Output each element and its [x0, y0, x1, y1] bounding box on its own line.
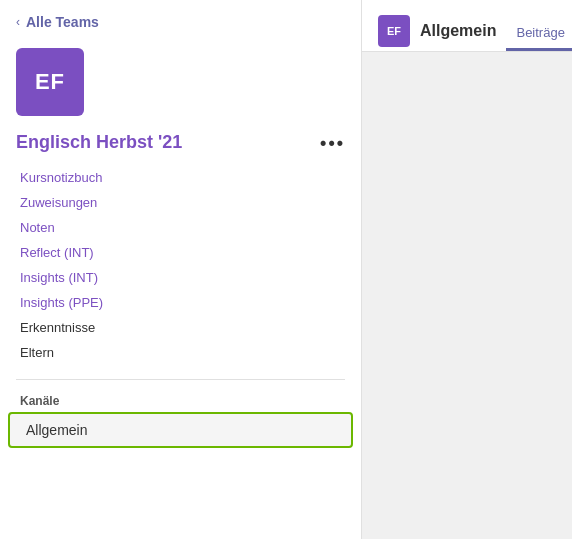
back-nav[interactable]: ‹ Alle Teams — [0, 0, 361, 40]
divider — [16, 379, 345, 380]
tab-beitraege[interactable]: Beiträge — [506, 17, 572, 51]
menu-item-zuweisungen[interactable]: Zuweisungen — [0, 190, 361, 215]
team-name-row: Englisch Herbst '21 ••• — [0, 128, 361, 165]
team-more-button[interactable]: ••• — [320, 134, 345, 152]
menu-item-kursnotizbuch[interactable]: Kursnotizbuch — [0, 165, 361, 190]
back-label: Alle Teams — [26, 14, 99, 30]
channel-item-allgemein[interactable]: Allgemein — [8, 412, 353, 448]
channels-section-label: Kanäle — [0, 386, 361, 412]
header-initials: EF — [387, 25, 401, 37]
menu-item-reflect[interactable]: Reflect (INT) — [0, 240, 361, 265]
menu-item-insights-ppe[interactable]: Insights (PPE) — [0, 290, 361, 315]
left-panel: ‹ Alle Teams EF Englisch Herbst '21 ••• … — [0, 0, 362, 539]
team-initials: EF — [35, 69, 65, 95]
menu-item-erkenntnisse[interactable]: Erkenntnisse — [0, 315, 361, 340]
team-avatar: EF — [16, 48, 84, 116]
header-tabs: Beiträge ··· — [506, 10, 572, 51]
team-name: Englisch Herbst '21 — [16, 132, 182, 153]
back-chevron-icon: ‹ — [16, 15, 20, 29]
menu-item-eltern[interactable]: Eltern — [0, 340, 361, 365]
right-content — [362, 52, 572, 539]
right-header: EF Allgemein Beiträge ··· — [362, 0, 572, 52]
menu-item-noten[interactable]: Noten — [0, 215, 361, 240]
menu-item-insights-int[interactable]: Insights (INT) — [0, 265, 361, 290]
header-channel-name: Allgemein — [420, 22, 496, 40]
menu-list: Kursnotizbuch Zuweisungen Noten Reflect … — [0, 165, 361, 373]
right-panel: EF Allgemein Beiträge ··· — [362, 0, 572, 539]
header-avatar: EF — [378, 15, 410, 47]
